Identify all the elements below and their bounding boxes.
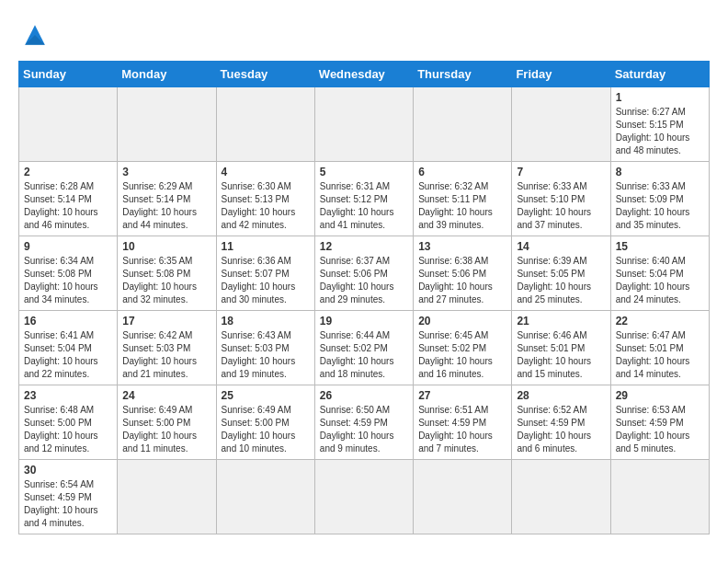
day-info: Sunrise: 6:33 AM Sunset: 5:10 PM Dayligh… [517,180,605,232]
day-number: 18 [222,315,310,327]
calendar-header-saturday: Saturday [610,62,709,87]
calendar-cell: 6Sunrise: 6:32 AM Sunset: 5:11 PM Daylig… [414,162,512,236]
calendar-cell: 14Sunrise: 6:39 AM Sunset: 5:05 PM Dayli… [512,236,610,311]
calendar-cell: 27Sunrise: 6:51 AM Sunset: 4:59 PM Dayli… [414,385,512,460]
day-info: Sunrise: 6:40 AM Sunset: 5:04 PM Dayligh… [616,255,704,306]
calendar-cell: 21Sunrise: 6:46 AM Sunset: 5:01 PM Dayli… [512,311,610,385]
calendar-cell: 3Sunrise: 6:29 AM Sunset: 5:14 PM Daylig… [118,162,216,236]
header [18,18,710,52]
calendar-cell [414,460,512,534]
day-number: 17 [122,315,210,327]
day-info: Sunrise: 6:32 AM Sunset: 5:11 PM Dayligh… [418,180,506,232]
day-info: Sunrise: 6:44 AM Sunset: 5:02 PM Dayligh… [320,329,408,381]
day-info: Sunrise: 6:41 AM Sunset: 5:04 PM Dayligh… [24,329,112,381]
calendar-cell: 29Sunrise: 6:53 AM Sunset: 4:59 PM Dayli… [610,385,709,460]
day-info: Sunrise: 6:38 AM Sunset: 5:06 PM Dayligh… [418,255,506,306]
calendar-cell [610,460,709,534]
calendar-week-4: 16Sunrise: 6:41 AM Sunset: 5:04 PM Dayli… [19,311,710,385]
calendar-cell: 26Sunrise: 6:50 AM Sunset: 4:59 PM Dayli… [314,385,413,460]
calendar-cell [216,460,314,534]
calendar-cell: 1Sunrise: 6:27 AM Sunset: 5:15 PM Daylig… [610,87,709,162]
day-info: Sunrise: 6:45 AM Sunset: 5:02 PM Dayligh… [418,329,506,381]
day-number: 27 [418,389,506,402]
day-number: 7 [517,166,605,178]
day-number: 28 [517,389,605,402]
calendar-cell: 22Sunrise: 6:47 AM Sunset: 5:01 PM Dayli… [610,311,709,385]
day-number: 26 [320,389,408,402]
logo [18,18,57,52]
calendar-cell [216,87,314,162]
day-info: Sunrise: 6:31 AM Sunset: 5:12 PM Dayligh… [320,180,408,232]
day-info: Sunrise: 6:47 AM Sunset: 5:01 PM Dayligh… [616,329,704,381]
day-number: 3 [122,166,210,178]
calendar-header-sunday: Sunday [19,62,118,87]
day-number: 11 [222,240,310,253]
calendar-cell: 10Sunrise: 6:35 AM Sunset: 5:08 PM Dayli… [118,236,216,311]
day-number: 1 [616,91,704,104]
calendar-cell: 5Sunrise: 6:31 AM Sunset: 5:12 PM Daylig… [314,162,413,236]
day-number: 5 [320,166,408,178]
calendar-cell: 2Sunrise: 6:28 AM Sunset: 5:14 PM Daylig… [19,162,118,236]
calendar-week-2: 2Sunrise: 6:28 AM Sunset: 5:14 PM Daylig… [19,162,710,236]
calendar-cell: 25Sunrise: 6:49 AM Sunset: 5:00 PM Dayli… [216,385,314,460]
calendar-cell [512,460,610,534]
day-number: 13 [418,240,506,253]
day-info: Sunrise: 6:52 AM Sunset: 4:59 PM Dayligh… [517,404,605,455]
calendar-cell [314,87,413,162]
day-info: Sunrise: 6:30 AM Sunset: 5:13 PM Dayligh… [222,180,310,232]
day-info: Sunrise: 6:49 AM Sunset: 5:00 PM Dayligh… [122,404,210,455]
day-info: Sunrise: 6:29 AM Sunset: 5:14 PM Dayligh… [122,180,210,232]
calendar-header-wednesday: Wednesday [314,62,413,87]
day-info: Sunrise: 6:33 AM Sunset: 5:09 PM Dayligh… [616,180,704,232]
day-info: Sunrise: 6:51 AM Sunset: 4:59 PM Dayligh… [418,404,506,455]
calendar-cell: 15Sunrise: 6:40 AM Sunset: 5:04 PM Dayli… [610,236,709,311]
day-number: 15 [616,240,704,253]
day-number: 25 [222,389,310,402]
day-info: Sunrise: 6:49 AM Sunset: 5:00 PM Dayligh… [222,404,310,455]
day-number: 22 [616,315,704,327]
day-info: Sunrise: 6:35 AM Sunset: 5:08 PM Dayligh… [122,255,210,306]
day-info: Sunrise: 6:39 AM Sunset: 5:05 PM Dayligh… [517,255,605,306]
day-number: 14 [517,240,605,253]
day-info: Sunrise: 6:53 AM Sunset: 4:59 PM Dayligh… [616,404,704,455]
calendar-cell: 18Sunrise: 6:43 AM Sunset: 5:03 PM Dayli… [216,311,314,385]
calendar-cell [118,87,216,162]
calendar-cell: 7Sunrise: 6:33 AM Sunset: 5:10 PM Daylig… [512,162,610,236]
day-number: 23 [24,389,112,402]
calendar-table: SundayMondayTuesdayWednesdayThursdayFrid… [18,61,710,534]
calendar-cell: 19Sunrise: 6:44 AM Sunset: 5:02 PM Dayli… [314,311,413,385]
calendar-cell: 9Sunrise: 6:34 AM Sunset: 5:08 PM Daylig… [19,236,118,311]
day-info: Sunrise: 6:54 AM Sunset: 4:59 PM Dayligh… [24,478,112,530]
calendar-cell [314,460,413,534]
page: SundayMondayTuesdayWednesdayThursdayFrid… [0,0,728,544]
day-info: Sunrise: 6:50 AM Sunset: 4:59 PM Dayligh… [320,404,408,455]
calendar-week-5: 23Sunrise: 6:48 AM Sunset: 5:00 PM Dayli… [19,385,710,460]
calendar-cell: 13Sunrise: 6:38 AM Sunset: 5:06 PM Dayli… [414,236,512,311]
day-info: Sunrise: 6:34 AM Sunset: 5:08 PM Dayligh… [24,255,112,306]
calendar-cell [512,87,610,162]
calendar-header-row: SundayMondayTuesdayWednesdayThursdayFrid… [19,62,710,87]
day-info: Sunrise: 6:36 AM Sunset: 5:07 PM Dayligh… [222,255,310,306]
calendar-cell: 24Sunrise: 6:49 AM Sunset: 5:00 PM Dayli… [118,385,216,460]
day-info: Sunrise: 6:27 AM Sunset: 5:15 PM Dayligh… [616,106,704,157]
day-info: Sunrise: 6:43 AM Sunset: 5:03 PM Dayligh… [222,329,310,381]
day-info: Sunrise: 6:46 AM Sunset: 5:01 PM Dayligh… [517,329,605,381]
day-number: 8 [616,166,704,178]
day-number: 6 [418,166,506,178]
calendar-week-1: 1Sunrise: 6:27 AM Sunset: 5:15 PM Daylig… [19,87,710,162]
calendar-cell: 4Sunrise: 6:30 AM Sunset: 5:13 PM Daylig… [216,162,314,236]
day-number: 10 [122,240,210,253]
day-info: Sunrise: 6:42 AM Sunset: 5:03 PM Dayligh… [122,329,210,381]
calendar-cell: 17Sunrise: 6:42 AM Sunset: 5:03 PM Dayli… [118,311,216,385]
logo-icon [18,18,51,52]
calendar-cell: 16Sunrise: 6:41 AM Sunset: 5:04 PM Dayli… [19,311,118,385]
calendar-cell: 28Sunrise: 6:52 AM Sunset: 4:59 PM Dayli… [512,385,610,460]
calendar-header-tuesday: Tuesday [216,62,314,87]
day-number: 19 [320,315,408,327]
day-number: 4 [222,166,310,178]
calendar-cell: 30Sunrise: 6:54 AM Sunset: 4:59 PM Dayli… [19,460,118,534]
day-number: 20 [418,315,506,327]
day-number: 21 [517,315,605,327]
day-number: 2 [24,166,112,178]
calendar-cell: 20Sunrise: 6:45 AM Sunset: 5:02 PM Dayli… [414,311,512,385]
